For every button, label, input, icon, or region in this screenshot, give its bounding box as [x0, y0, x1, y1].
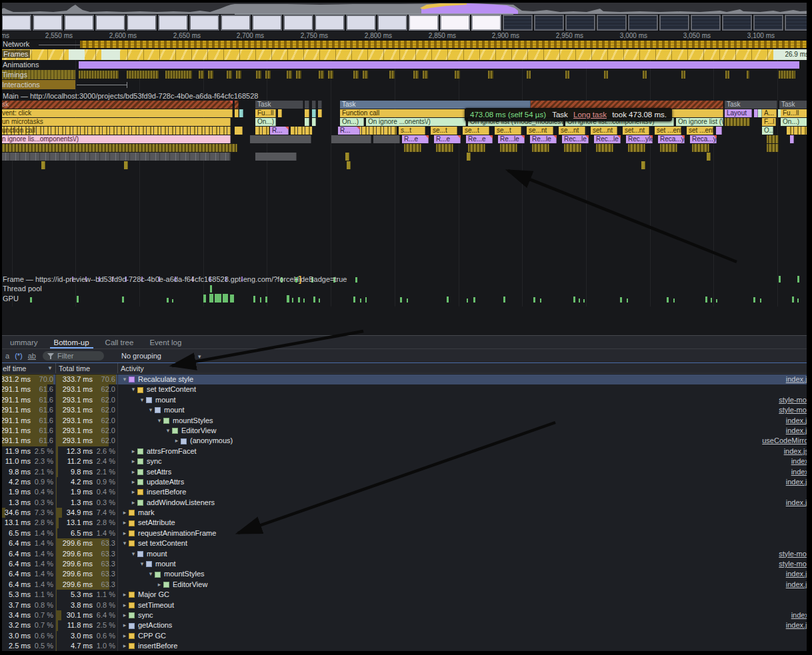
filter-input[interactable]: Filter: [43, 351, 104, 360]
activity-label[interactable]: set textContent: [147, 384, 196, 394]
collapsed-triangle-icon[interactable]: ▸: [129, 456, 137, 466]
flame-bar[interactable]: [468, 144, 485, 152]
flame-bar[interactable]: [331, 135, 371, 143]
flame-bar-on[interactable]: On...): [781, 118, 808, 126]
activity-label[interactable]: CPP GC: [138, 631, 166, 641]
idle-frame-block[interactable]: [101, 49, 120, 60]
flame-bar-o[interactable]: O...: [762, 127, 773, 135]
expanded-triangle-icon[interactable]: ▾: [155, 416, 163, 426]
tab-bottom-up[interactable]: Bottom-up: [46, 336, 97, 348]
activity-label[interactable]: mark: [138, 508, 154, 518]
timing-mark[interactable]: [363, 71, 368, 79]
source-link[interactable]: style-mod: [779, 549, 811, 559]
filmstrip-thumbnail[interactable]: [659, 15, 689, 31]
flame-bar[interactable]: [500, 144, 517, 152]
flame-bar[interactable]: [790, 135, 794, 143]
table-row[interactable]: 11.9 ms2.5 %12.3 ms2.6 %▸attrsFromFaceti…: [0, 446, 812, 456]
flame-bar[interactable]: [467, 153, 471, 161]
flame-bar[interactable]: [312, 101, 316, 109]
filmstrip-thumbnail[interactable]: [440, 15, 470, 31]
timing-mark[interactable]: [79, 71, 119, 79]
flame-bar-recle[interactable]: Rec...le: [594, 135, 621, 143]
filmstrip-thumbnail[interactable]: [753, 15, 783, 31]
table-row[interactable]: 291.1 ms61.6 %293.1 ms62.0 %▾mountstyle-…: [0, 405, 812, 415]
flame-bar[interactable]: [373, 135, 400, 143]
table-row[interactable]: 3.0 ms0.6 %3.0 ms0.6 %▸CPP GC: [0, 631, 812, 641]
frame-track-label[interactable]: Frame — https://id-preview--bd53fd9d-728…: [3, 275, 347, 283]
flame-bar-rele[interactable]: Re...le: [498, 135, 525, 143]
flame-bar[interactable]: [318, 101, 322, 109]
collapsed-triangle-icon[interactable]: ▸: [121, 610, 129, 620]
flame-bar-layout[interactable]: Layout: [725, 109, 752, 117]
filmstrip-thumbnail[interactable]: [64, 15, 94, 31]
flame-bar[interactable]: [235, 127, 243, 135]
timing-mark[interactable]: [455, 71, 460, 79]
timing-mark[interactable]: [681, 71, 685, 79]
flame-bar-setent[interactable]: set ...ent: [687, 127, 713, 135]
filmstrip-thumbnail[interactable]: [95, 15, 125, 31]
table-row[interactable]: 2.5 ms0.5 %4.7 ms1.0 %▸insertBefore: [0, 641, 812, 651]
activity-label[interactable]: (anonymous): [190, 436, 233, 446]
filmstrip-thumbnail[interactable]: [189, 15, 219, 31]
screenshot-filmstrip[interactable]: [0, 14, 812, 31]
flame-bar[interactable]: [660, 144, 677, 152]
activity-label[interactable]: set textContent: [138, 538, 187, 548]
filmstrip-thumbnail[interactable]: [377, 15, 407, 31]
activity-label[interactable]: sync: [147, 456, 162, 466]
source-link[interactable]: style-mod: [779, 405, 811, 415]
activity-label[interactable]: mount: [164, 405, 185, 415]
filmstrip-thumbnail[interactable]: [252, 15, 282, 31]
table-row[interactable]: 34.6 ms7.3 %34.9 ms7.4 %▸mark: [0, 508, 812, 518]
activity-label[interactable]: EditorView: [181, 426, 216, 436]
long-task-link[interactable]: Long task: [573, 111, 607, 119]
frames-track[interactable]: Frames 26.9 ms: [0, 49, 812, 60]
timing-mark[interactable]: [389, 71, 395, 79]
flame-bar[interactable]: [692, 144, 709, 152]
activity-label[interactable]: mountStyles: [173, 416, 213, 426]
flame-bar-fl[interactable]: F...l: [762, 118, 776, 126]
flame-bar-setnt[interactable]: set...nt: [591, 127, 617, 135]
table-row[interactable]: 6.4 ms1.4 %299.6 ms63.3 %▾set textConten…: [0, 538, 812, 548]
expanded-triangle-icon[interactable]: ▾: [121, 538, 129, 548]
flame-bar-on[interactable]: On...): [340, 118, 364, 126]
collapsed-triangle-icon[interactable]: ▸: [121, 508, 129, 518]
gpu-track[interactable]: GPU: [0, 295, 812, 304]
collapsed-triangle-icon[interactable]: ▸: [121, 620, 129, 630]
table-row[interactable]: 6.5 ms1.4 %6.5 ms1.4 %▸requestAnimationF…: [0, 528, 812, 538]
collapsed-triangle-icon[interactable]: ▸: [121, 641, 129, 651]
flame-bar-unmicrotasks[interactable]: un microtasks: [0, 118, 231, 126]
filmstrip-thumbnail[interactable]: [628, 15, 658, 31]
flame-bar-nignorelisomponents[interactable]: n ignore lis...omponents\/): [0, 135, 231, 143]
collapsed-triangle-icon[interactable]: ▸: [129, 446, 137, 456]
collapsed-triangle-icon[interactable]: ▸: [121, 518, 129, 528]
table-row[interactable]: 4.2 ms0.9 %4.2 ms0.9 %▸updateAttrsindex.…: [0, 477, 812, 487]
flame-bar-set[interactable]: se...t: [431, 127, 457, 135]
activity-label[interactable]: Major GC: [138, 590, 169, 600]
table-row[interactable]: 6.4 ms1.4 %299.6 ms63.3 %▾mountStylesind…: [0, 569, 812, 579]
timing-mark[interactable]: [199, 71, 204, 79]
activity-label[interactable]: sync: [138, 610, 153, 620]
table-row[interactable]: 291.1 ms61.6 %293.1 ms62.0 %▾mountstyle-…: [0, 395, 812, 405]
expanded-triangle-icon[interactable]: ▾: [129, 549, 137, 559]
flame-bar-a[interactable]: A...: [762, 109, 777, 117]
filmstrip-thumbnail[interactable]: [722, 15, 752, 31]
flame-bar-setent[interactable]: set ...ent: [655, 127, 681, 135]
filmstrip-thumbnail[interactable]: [127, 15, 157, 31]
flame-bar-sent[interactable]: se...nt: [527, 127, 553, 135]
flame-bar[interactable]: [436, 144, 453, 152]
column-self-time[interactable]: elf time ▼: [0, 363, 56, 373]
table-row[interactable]: 3.4 ms0.7 %30.1 ms6.4 %▸syncindex.: [0, 610, 812, 620]
flame-bar[interactable]: [532, 144, 549, 152]
collapsed-triangle-icon[interactable]: ▸: [121, 590, 129, 600]
table-row[interactable]: 1.9 ms0.4 %1.9 ms0.4 %▸insertBefore: [0, 487, 812, 497]
table-row[interactable]: 6.4 ms1.4 %299.6 ms63.3 %▾mountstyle-mod: [0, 559, 812, 569]
filmstrip-thumbnail[interactable]: [503, 15, 533, 31]
timing-mark[interactable]: [488, 71, 493, 79]
table-row[interactable]: 11.0 ms2.3 %11.2 ms2.4 %▸syncindex.: [0, 456, 812, 466]
collapsed-triangle-icon[interactable]: ▸: [121, 600, 129, 610]
flame-bar[interactable]: [628, 144, 645, 152]
source-link[interactable]: style-mod: [779, 395, 811, 405]
activity-label[interactable]: mount: [155, 395, 176, 405]
filmstrip-thumbnail[interactable]: [409, 15, 439, 31]
timing-mark[interactable]: [287, 71, 292, 79]
